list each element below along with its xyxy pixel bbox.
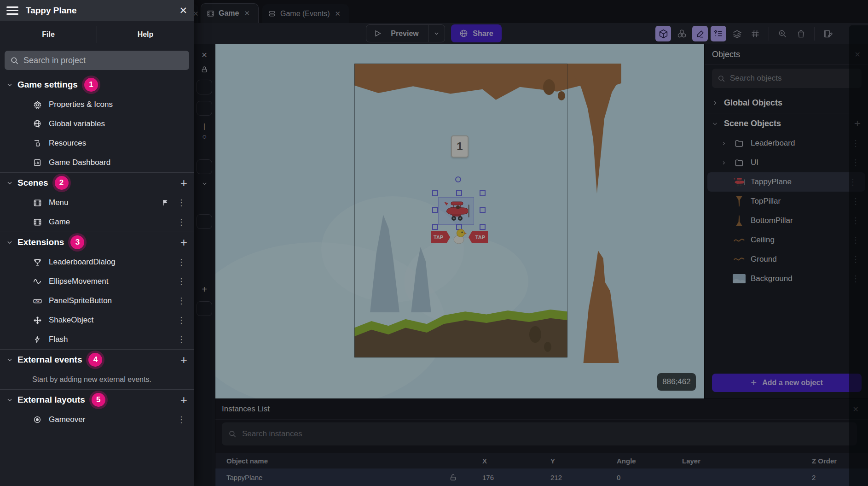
item-resources[interactable]: Resources bbox=[0, 134, 194, 153]
instances-list-toggle-icon[interactable] bbox=[711, 26, 726, 41]
add-external-layout-icon[interactable]: + bbox=[180, 393, 187, 407]
scene-menu[interactable]: Menu ⋮ bbox=[0, 193, 194, 212]
object-ground[interactable]: Ground ⋮ bbox=[705, 250, 868, 269]
external-layout-gameover[interactable]: Gameover ⋮ bbox=[0, 410, 194, 429]
section-game-settings[interactable]: Game settings 1 bbox=[0, 75, 194, 95]
rotate-handle[interactable] bbox=[455, 176, 461, 182]
add-scene-icon[interactable]: + bbox=[180, 176, 187, 190]
chevron-down-icon[interactable] bbox=[202, 181, 208, 187]
extension-ellipsemovement[interactable]: EllipseMovement ⋮ bbox=[0, 272, 194, 291]
tab-game-events[interactable]: Game (Events) ✕ bbox=[262, 4, 349, 23]
section-external-events[interactable]: External events 4 + bbox=[0, 350, 194, 370]
project-search-input[interactable] bbox=[23, 56, 184, 65]
instance-row-tappyplane[interactable]: TappyPlane 176 212 0 2 bbox=[215, 468, 868, 486]
close-drawer-icon[interactable]: ✕ bbox=[179, 5, 187, 16]
object-ceiling[interactable]: Ceiling ⋮ bbox=[705, 230, 868, 250]
close-icon[interactable]: ✕ bbox=[855, 50, 861, 59]
properties-toggle-icon[interactable] bbox=[692, 26, 708, 41]
tab-game[interactable]: Game ✕ bbox=[201, 3, 259, 23]
add-new-object-button[interactable]: + Add a new object bbox=[712, 374, 862, 392]
objects-search-input[interactable] bbox=[730, 74, 856, 83]
resize-handle[interactable] bbox=[480, 207, 486, 213]
item-global-variables[interactable]: Global variables bbox=[0, 114, 194, 134]
project-search[interactable] bbox=[5, 51, 189, 70]
hamburger-menu-icon[interactable] bbox=[6, 6, 18, 15]
preview-button[interactable]: Preview bbox=[366, 24, 445, 42]
resize-handle[interactable] bbox=[480, 190, 486, 196]
scene-objects-section[interactable]: Scene Objects + bbox=[705, 113, 868, 134]
more-options-icon[interactable]: ⋮ bbox=[175, 277, 187, 286]
close-tab-icon[interactable]: ✕ bbox=[244, 9, 250, 18]
item-game-dashboard[interactable]: Game Dashboard bbox=[0, 153, 194, 172]
panel-button[interactable] bbox=[197, 101, 212, 116]
resize-handle[interactable] bbox=[432, 190, 438, 196]
add-external-event-icon[interactable]: + bbox=[180, 353, 187, 367]
panel-button[interactable] bbox=[197, 214, 212, 229]
object-folder-leaderboard[interactable]: Leaderboard ⋮ bbox=[705, 134, 868, 153]
section-extensions[interactable]: Extensions 3 + bbox=[0, 232, 194, 252]
objects-search[interactable] bbox=[712, 69, 862, 88]
instances-search-input[interactable] bbox=[242, 429, 851, 439]
instances-search[interactable] bbox=[222, 422, 857, 445]
plus-icon[interactable]: + bbox=[202, 284, 207, 295]
resize-handle[interactable] bbox=[480, 224, 486, 230]
more-options-icon[interactable]: ⋮ bbox=[850, 197, 862, 205]
panel-button[interactable] bbox=[197, 301, 212, 316]
close-tab-icon[interactable]: ✕ bbox=[335, 10, 341, 18]
objects-panel-toggle-icon[interactable] bbox=[655, 26, 671, 41]
more-options-icon[interactable]: ⋮ bbox=[175, 258, 187, 266]
add-extension-icon[interactable]: + bbox=[180, 235, 187, 250]
object-folder-ui[interactable]: UI ⋮ bbox=[705, 153, 868, 172]
global-objects-section[interactable]: Global Objects bbox=[705, 93, 868, 113]
object-bottompillar[interactable]: BottomPillar ⋮ bbox=[705, 211, 868, 230]
resize-handle[interactable] bbox=[432, 207, 438, 213]
more-options-icon[interactable]: ⋮ bbox=[850, 255, 862, 263]
more-options-icon[interactable]: ⋮ bbox=[847, 178, 859, 186]
object-groups-icon[interactable] bbox=[674, 26, 689, 41]
panel-button[interactable] bbox=[197, 159, 212, 174]
more-options-icon[interactable]: ⋮ bbox=[175, 416, 187, 424]
more-options-icon[interactable]: ⋮ bbox=[850, 158, 862, 167]
more-options-icon[interactable]: ⋮ bbox=[175, 297, 187, 305]
lock-icon[interactable] bbox=[201, 66, 208, 73]
object-label: Leaderboard bbox=[751, 139, 845, 148]
menu-file[interactable]: File bbox=[0, 30, 97, 39]
scene-game[interactable]: Game ⋮ bbox=[0, 212, 194, 232]
object-tappyplane[interactable]: TappyPlane ⋮ bbox=[707, 172, 865, 192]
add-object-icon[interactable]: + bbox=[854, 117, 861, 130]
share-button[interactable]: Share bbox=[451, 24, 502, 42]
section-scenes[interactable]: Scenes 2 + bbox=[0, 173, 194, 193]
section-external-layouts[interactable]: External layouts 5 + bbox=[0, 390, 194, 410]
layers-icon[interactable] bbox=[729, 26, 745, 41]
more-options-icon[interactable]: ⋮ bbox=[850, 217, 862, 225]
edit-scene-events-icon[interactable] bbox=[820, 26, 836, 41]
extension-leaderboarddialog[interactable]: LeaderboardDialog ⋮ bbox=[0, 252, 194, 272]
extension-flash[interactable]: Flash ⋮ bbox=[0, 330, 194, 349]
object-label: UI bbox=[751, 158, 845, 167]
scene-editor-canvas[interactable]: 1 bbox=[215, 44, 704, 398]
resize-handle[interactable] bbox=[432, 224, 438, 230]
tappy-plane-sprite[interactable] bbox=[443, 199, 470, 222]
more-options-icon[interactable]: ⋮ bbox=[175, 199, 187, 207]
zoom-in-icon[interactable] bbox=[775, 26, 790, 41]
extension-shakeobject[interactable]: ShakeObject ⋮ bbox=[0, 310, 194, 330]
trash-icon[interactable] bbox=[793, 26, 809, 41]
panel-button[interactable] bbox=[197, 80, 212, 94]
chevron-down-icon[interactable] bbox=[428, 30, 445, 36]
more-options-icon[interactable]: ⋮ bbox=[850, 139, 862, 147]
object-background[interactable]: Background ⋮ bbox=[705, 269, 868, 288]
object-toppillar[interactable]: TopPillar ⋮ bbox=[705, 192, 868, 211]
unlock-icon[interactable] bbox=[449, 474, 482, 481]
more-options-icon[interactable]: ⋮ bbox=[175, 218, 187, 226]
menu-help[interactable]: Help bbox=[97, 30, 194, 39]
more-options-icon[interactable]: ⋮ bbox=[850, 236, 862, 244]
extension-panelspritebutton[interactable]: OK PanelSpriteButton ⋮ bbox=[0, 291, 194, 310]
item-properties-and-icons[interactable]: Properties & Icons bbox=[0, 95, 194, 114]
more-options-icon[interactable]: ⋮ bbox=[175, 316, 187, 324]
close-icon[interactable]: ✕ bbox=[201, 51, 207, 59]
more-options-icon[interactable]: ⋮ bbox=[175, 335, 187, 344]
more-options-icon[interactable]: ⋮ bbox=[850, 275, 862, 283]
grid-icon[interactable] bbox=[747, 26, 763, 41]
resize-handle[interactable] bbox=[456, 190, 462, 196]
close-icon[interactable]: ✕ bbox=[853, 405, 859, 414]
